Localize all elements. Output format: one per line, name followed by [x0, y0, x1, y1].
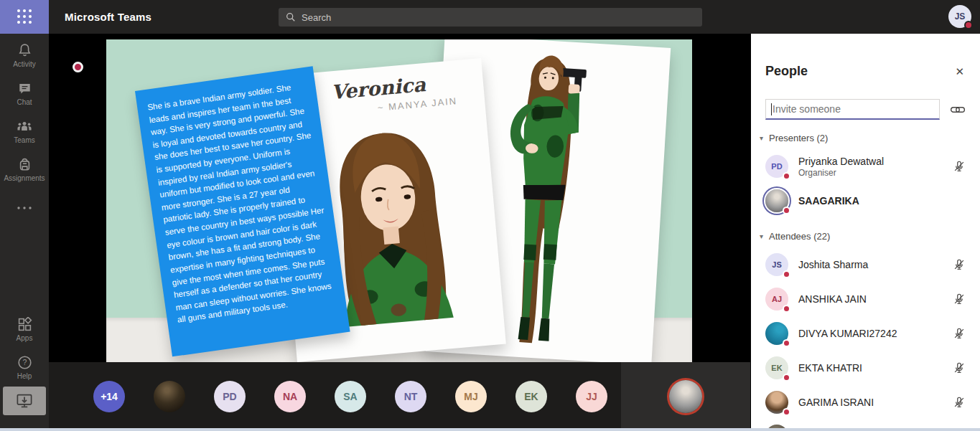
participant-avatar[interactable]: JJ — [576, 381, 607, 412]
people-list: ▾Presenters (2)PDPriyanka DewatwalOrgani… — [751, 120, 980, 431]
sidebar-more-button[interactable] — [0, 199, 49, 217]
sidebar-label: Chat — [17, 98, 32, 106]
avatar — [765, 391, 788, 414]
busy-status-dot — [783, 207, 790, 214]
busy-status-dot — [783, 408, 790, 416]
search-placeholder: Search — [302, 12, 331, 23]
mic-off-icon[interactable] — [953, 396, 966, 409]
recording-indicator-icon — [73, 62, 83, 72]
mic-off-icon[interactable] — [953, 160, 966, 173]
profile-avatar[interactable]: JS — [948, 5, 971, 28]
profile-initials: JS — [955, 11, 966, 22]
people-row[interactable]: EKEKTA KHATRI — [751, 351, 980, 385]
description-text: She is a brave Indian army soldier. She … — [146, 79, 337, 326]
avatar: AJ — [765, 288, 788, 311]
section-label: Attendees (22) — [769, 231, 830, 242]
bell-icon — [17, 43, 32, 58]
description-textbox: She is a brave Indian army soldier. She … — [135, 66, 350, 356]
people-row[interactable]: GARIMA ISRANI — [751, 385, 980, 420]
busy-status-dot — [783, 339, 790, 347]
avatar: PD — [765, 155, 788, 178]
people-row[interactable]: AJANSHIKA JAIN — [751, 282, 980, 316]
participant-name: ANSHIKA JAIN — [798, 293, 947, 305]
people-section-header[interactable]: ▾Attendees (22) — [751, 218, 980, 247]
avatar: JS — [765, 253, 788, 276]
search-input[interactable]: Search — [279, 8, 702, 27]
sidebar-label: Help — [17, 372, 32, 380]
participant-name: DIVYA KUMARI27242 — [798, 328, 947, 339]
close-icon[interactable]: ✕ — [955, 66, 964, 77]
meeting-stage: Veronica ~ MANYA JAIN — [49, 34, 750, 362]
copy-link-icon[interactable] — [950, 102, 966, 118]
avatar — [765, 322, 788, 345]
people-row[interactable]: SAAGARIKA — [751, 184, 980, 218]
overflow-count-avatar[interactable]: +14 — [93, 381, 125, 412]
busy-status-dot — [783, 305, 790, 313]
participant-avatar[interactable]: PD — [214, 381, 246, 412]
people-row[interactable]: JSJoshita Sharma — [751, 247, 980, 282]
presenter-avatar — [669, 380, 702, 413]
participant-name: GARIMA ISRANI — [798, 397, 947, 408]
participant-avatar[interactable] — [154, 381, 185, 412]
more-ellipsis-icon — [17, 205, 32, 211]
people-panel-title: People — [765, 64, 808, 79]
invite-someone-input[interactable] — [765, 99, 940, 120]
sidebar-item-activity[interactable]: Activity — [0, 37, 49, 75]
download-desktop-app-button[interactable] — [3, 387, 46, 415]
shared-presentation-slide: Veronica ~ MANYA JAIN — [106, 39, 692, 362]
participant-name: EKTA KHATRI — [798, 362, 947, 374]
participant-avatar[interactable]: SA — [335, 381, 366, 412]
top-bar: Microsoft Teams Search JS — [0, 0, 980, 34]
participant-avatar[interactable]: MJ — [455, 381, 487, 412]
chevron-down-icon: ▾ — [760, 134, 763, 142]
text-caret — [771, 103, 772, 115]
participant-avatar[interactable]: NT — [395, 381, 426, 412]
chat-icon — [17, 81, 32, 96]
mic-off-icon[interactable] — [953, 361, 966, 374]
presenter-video-tile[interactable] — [621, 362, 750, 431]
sidebar-label: Apps — [17, 334, 33, 342]
sidebar-label: Assignments — [4, 174, 45, 182]
avatar: EK — [765, 356, 788, 379]
people-row[interactable]: DIVYA KUMARI27242 — [751, 316, 980, 351]
sidebar-item-assignments[interactable]: Assignments — [0, 151, 49, 189]
sidebar-item-teams[interactable]: Teams — [0, 113, 49, 151]
participant-avatar[interactable]: EK — [515, 381, 547, 412]
participant-name: Priyanka Dewatwal — [798, 156, 947, 167]
sidebar-item-apps[interactable]: Apps — [0, 311, 49, 349]
busy-status-dot — [783, 172, 790, 180]
apps-icon — [17, 317, 32, 332]
participant-bar: +14PDNASANTMJEKJJ — [49, 362, 750, 431]
waffle-icon — [17, 9, 32, 24]
busy-status-dot — [783, 270, 790, 278]
sidebar-item-help[interactable]: ? Help — [0, 349, 49, 387]
people-section-header[interactable]: ▾Presenters (2) — [751, 120, 980, 149]
app-sidebar: Activity Chat Teams Assignments Apps ? H… — [0, 34, 49, 431]
participant-avatar[interactable]: NA — [274, 381, 306, 412]
download-desktop-icon — [16, 393, 33, 409]
busy-status-dot — [964, 21, 973, 29]
search-icon — [286, 12, 296, 22]
mic-off-icon[interactable] — [953, 258, 966, 271]
sidebar-item-chat[interactable]: Chat — [0, 75, 49, 113]
sidebar-label: Teams — [14, 136, 34, 144]
teams-icon — [17, 119, 32, 134]
participant-role: Organiser — [798, 168, 947, 178]
people-panel: People ✕ ▾Presenters (2)PDPriyanka Dewat… — [751, 34, 980, 431]
section-label: Presenters (2) — [769, 133, 828, 143]
mic-off-icon[interactable] — [953, 327, 966, 340]
busy-status-dot — [783, 374, 790, 382]
help-icon: ? — [17, 355, 32, 370]
window-bottom-edge — [0, 428, 980, 431]
app-title: Microsoft Teams — [65, 11, 151, 23]
participant-avatar-row: +14PDNASANTMJEKJJ — [49, 362, 621, 431]
svg-text:?: ? — [22, 358, 27, 366]
backpack-icon — [17, 157, 32, 172]
app-launcher-button[interactable] — [0, 0, 49, 34]
sidebar-label: Activity — [13, 60, 36, 68]
mic-off-icon[interactable] — [953, 293, 966, 306]
people-row[interactable]: PDPriyanka DewatwalOrganiser — [751, 149, 980, 184]
teams-window: Microsoft Teams Search JS Activity Chat … — [0, 0, 980, 431]
avatar — [765, 189, 788, 212]
chevron-down-icon: ▾ — [760, 232, 763, 240]
